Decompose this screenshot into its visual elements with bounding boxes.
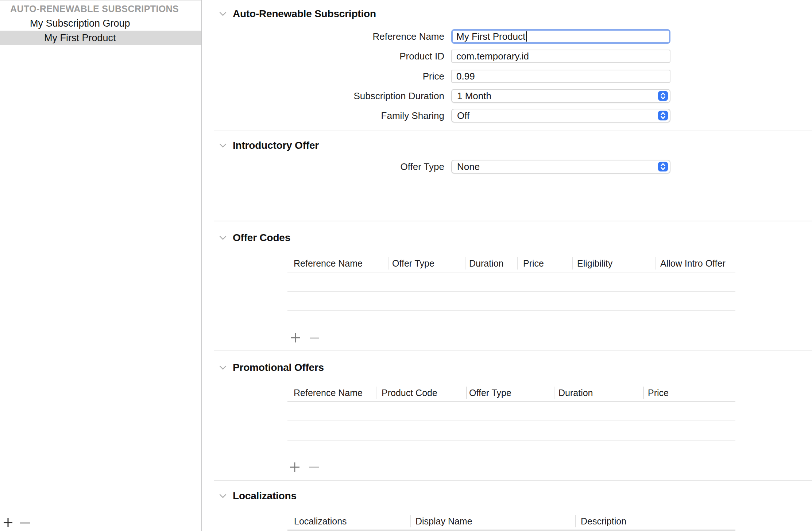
subscription-duration-popup[interactable]: 1 Month (451, 89, 670, 103)
section-header-promotional-offers: Promotional Offers (219, 361, 324, 374)
section-title: Auto-Renewable Subscription (233, 8, 376, 20)
promotional-offers-table: Reference Name Product Code Offer Type D… (287, 385, 735, 441)
column-divider (517, 257, 518, 270)
empty-table-row (287, 402, 735, 421)
section-header-offer-codes: Offer Codes (219, 232, 290, 244)
popup-stepper-icon (658, 162, 668, 172)
disclosure-chevron-icon[interactable] (219, 235, 227, 240)
column-divider (465, 257, 465, 270)
field-value: com.temporary.id (456, 51, 529, 62)
section-title: Offer Codes (233, 232, 290, 244)
popup-value: None (457, 161, 480, 173)
empty-table-row (287, 292, 735, 311)
family-sharing-label: Family Sharing (221, 110, 451, 121)
column-divider (388, 257, 388, 270)
offer-codes-add-button[interactable] (290, 332, 301, 343)
column-header[interactable]: Display Name (415, 513, 472, 530)
localizations-table: Localizations Display Name Description (287, 513, 735, 531)
column-divider (410, 515, 411, 527)
section-separator (214, 131, 812, 131)
popup-stepper-icon (658, 111, 668, 121)
section-header-localizations: Localizations (219, 490, 297, 502)
section-separator (214, 350, 812, 351)
disclosure-chevron-icon[interactable] (219, 365, 227, 370)
sidebar-top-divider (0, 0, 201, 1)
column-divider (554, 387, 554, 399)
column-divider (376, 387, 376, 399)
column-header[interactable]: Allow Intro Offer (660, 255, 726, 272)
offer-codes-table-header: Reference Name Offer Type Duration Price… (287, 255, 735, 272)
price-label: Price (221, 71, 451, 82)
sidebar-item-subscription-group[interactable]: My Subscription Group (0, 16, 201, 31)
offer-codes-table: Reference Name Offer Type Duration Price… (287, 255, 735, 311)
offer-codes-remove-button[interactable] (309, 333, 320, 344)
subscription-duration-label: Subscription Duration (221, 90, 451, 102)
sidebar-item-label: My Subscription Group (30, 18, 130, 29)
column-divider (643, 387, 644, 399)
column-divider (572, 257, 573, 270)
reference-name-field[interactable]: My First Product (451, 29, 670, 44)
column-header[interactable]: Localizations (294, 513, 347, 530)
remove-item-button[interactable] (19, 517, 31, 529)
column-header[interactable]: Price (523, 255, 544, 272)
sidebar-group-header: AUTO-RENEWABLE SUBSCRIPTIONS (10, 3, 179, 15)
section-separator (214, 221, 812, 221)
empty-table-row (287, 421, 735, 441)
column-header[interactable]: Reference Name (294, 385, 363, 401)
promotional-offers-add-button[interactable] (289, 462, 300, 473)
popup-value: 1 Month (457, 90, 491, 102)
sidebar-item-label: My First Product (44, 32, 116, 43)
sidebar-item-my-first-product[interactable]: My First Product (0, 31, 201, 45)
column-header[interactable]: Eligibility (577, 255, 612, 272)
product-id-label: Product ID (221, 51, 451, 62)
disclosure-chevron-icon[interactable] (219, 143, 227, 148)
column-divider (656, 257, 656, 270)
section-separator (214, 480, 812, 481)
section-title: Introductory Offer (233, 140, 319, 151)
column-divider (466, 387, 467, 399)
offer-type-label: Offer Type (221, 161, 451, 173)
column-header[interactable]: Offer Type (469, 385, 511, 401)
product-id-field[interactable]: com.temporary.id (451, 50, 670, 63)
section-title: Promotional Offers (233, 362, 324, 373)
sidebar: AUTO-RENEWABLE SUBSCRIPTIONS My Subscrip… (0, 0, 201, 531)
text-caret (526, 31, 527, 42)
column-header[interactable]: Offer Type (392, 255, 434, 272)
column-header[interactable]: Duration (558, 385, 593, 401)
column-divider (575, 515, 576, 527)
column-header[interactable]: Reference Name (294, 255, 363, 272)
promotional-offers-table-header: Reference Name Product Code Offer Type D… (287, 385, 735, 402)
family-sharing-popup[interactable]: Off (451, 109, 670, 123)
section-header-subscription: Auto-Renewable Subscription (219, 8, 376, 20)
field-value: 0.99 (456, 71, 475, 82)
column-header[interactable]: Product Code (382, 385, 437, 401)
popup-stepper-icon (658, 91, 668, 101)
localizations-table-header: Localizations Display Name Description (287, 513, 735, 531)
offer-type-popup[interactable]: None (451, 160, 670, 174)
column-header[interactable]: Duration (469, 255, 504, 272)
section-header-introductory-offer: Introductory Offer (219, 139, 319, 152)
empty-table-row (287, 272, 735, 292)
sidebar-splitter[interactable] (201, 0, 202, 531)
price-field[interactable]: 0.99 (451, 70, 670, 83)
column-header[interactable]: Description (581, 513, 626, 530)
field-value: My First Product (456, 31, 525, 42)
reference-name-label: Reference Name (221, 31, 451, 42)
add-item-button[interactable] (3, 516, 13, 529)
section-title: Localizations (233, 490, 297, 502)
popup-value: Off (457, 110, 469, 121)
column-header[interactable]: Price (648, 385, 669, 401)
promotional-offers-remove-button[interactable] (309, 462, 320, 473)
disclosure-chevron-icon[interactable] (219, 11, 227, 16)
disclosure-chevron-icon[interactable] (219, 493, 227, 499)
